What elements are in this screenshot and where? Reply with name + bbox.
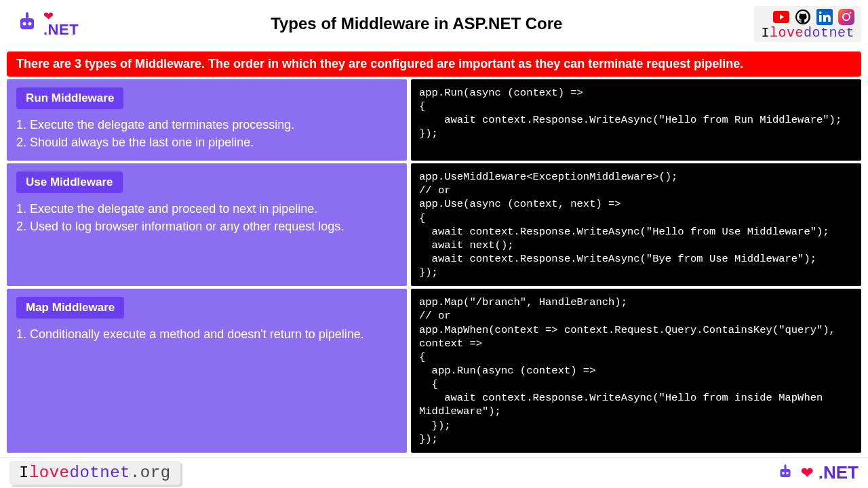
- row-use: Use Middleware Execute the delegate and …: [7, 163, 861, 286]
- svg-point-16: [786, 472, 789, 474]
- brand-love: love: [770, 25, 804, 41]
- brand-i: I: [761, 25, 770, 41]
- header: ❤ .NET Types of Middleware in ASP.NET Co…: [0, 0, 868, 47]
- svg-rect-11: [838, 9, 854, 25]
- header-right: Ilovedotnet: [754, 6, 861, 42]
- code-run: app.Run(async (context) => { await conte…: [411, 79, 861, 161]
- footer-brand-love: love: [29, 464, 70, 482]
- svg-rect-0: [20, 18, 34, 29]
- code-use: app.UseMiddleware<ExceptionMiddleware>()…: [411, 163, 861, 286]
- robot-icon: [14, 10, 41, 37]
- content: Run Middleware Execute the delegate and …: [0, 79, 868, 453]
- list-item: Execute the delegate and proceed to next…: [16, 200, 397, 218]
- row-map: Map Middleware Conditionally execute a m…: [7, 289, 861, 453]
- footer-brand-i: I: [19, 464, 29, 482]
- badge-run: Run Middleware: [16, 87, 123, 109]
- logo-left: ❤ .NET: [7, 10, 79, 37]
- code-map: app.Map("/branch", HandleBranch); // or …: [411, 289, 861, 453]
- heart-icon: ❤: [801, 464, 813, 482]
- youtube-icon[interactable]: [773, 9, 789, 25]
- instagram-icon[interactable]: [838, 9, 854, 25]
- logo-text: .NET: [43, 22, 79, 37]
- page-title: Types of Middleware in ASP.NET Core: [79, 14, 754, 33]
- footer-dotnet-text: .NET: [818, 462, 859, 483]
- brand-label: Ilovedotnet: [761, 25, 854, 41]
- svg-point-2: [28, 22, 32, 26]
- social-icons: [773, 9, 854, 25]
- points-use: Execute the delegate and proceed to next…: [16, 200, 397, 235]
- badge-use: Use Middleware: [16, 171, 123, 193]
- badge-map: Map Middleware: [16, 297, 124, 319]
- svg-rect-14: [780, 469, 790, 477]
- svg-rect-9: [819, 15, 822, 22]
- points-map: Conditionally execute a method and doesn…: [16, 325, 397, 343]
- footer: Ilovedotnet.org ❤ .NET: [0, 457, 868, 488]
- svg-point-1: [23, 22, 26, 26]
- svg-point-4: [26, 12, 28, 15]
- footer-brand-dotnet: dotnet: [70, 464, 130, 482]
- svg-point-10: [819, 11, 822, 14]
- brand-dotnet: dotnet: [804, 25, 854, 41]
- panel-use: Use Middleware Execute the delegate and …: [7, 163, 407, 286]
- list-item: Used to log browser information or any o…: [16, 218, 397, 235]
- footer-brand-org: .org: [130, 464, 171, 482]
- banner: There are 3 types of Middleware. The ord…: [7, 52, 861, 77]
- svg-point-15: [782, 472, 785, 474]
- row-run: Run Middleware Execute the delegate and …: [7, 79, 861, 161]
- svg-point-13: [850, 12, 852, 14]
- list-item: Execute the delegate and terminates proc…: [16, 116, 397, 134]
- footer-brand: Ilovedotnet.org: [9, 461, 180, 485]
- footer-right: ❤ .NET: [775, 462, 859, 483]
- panel-run: Run Middleware Execute the delegate and …: [7, 79, 407, 161]
- points-run: Execute the delegate and terminates proc…: [16, 116, 397, 151]
- list-item: Should always be the last one in pipelin…: [16, 134, 397, 151]
- panel-map: Map Middleware Conditionally execute a m…: [7, 289, 407, 453]
- robot-icon: [775, 463, 795, 483]
- github-icon[interactable]: [795, 9, 811, 25]
- list-item: Conditionally execute a method and doesn…: [16, 325, 397, 343]
- linkedin-icon[interactable]: [816, 9, 833, 25]
- svg-point-18: [784, 464, 786, 466]
